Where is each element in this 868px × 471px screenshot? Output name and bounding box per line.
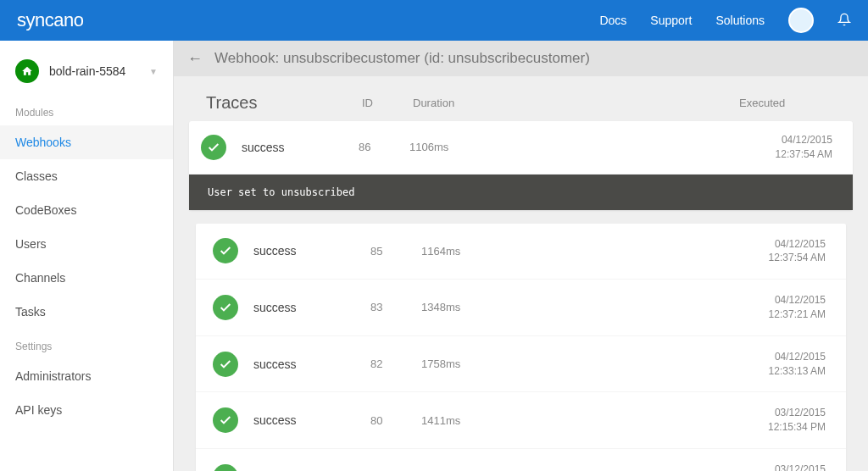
sidebar-item-codeboxes[interactable]: CodeBoxes [0, 193, 173, 227]
check-icon [213, 407, 238, 433]
modules-heading: Modules [0, 95, 173, 125]
trace-id: 82 [370, 357, 421, 370]
trace-executed: 03/12/201512:15:34 PM [732, 406, 826, 435]
check-icon [213, 238, 238, 263]
table-header: Traces ID Duration Executed [189, 85, 853, 121]
logo[interactable]: syncano [17, 9, 83, 31]
check-icon [213, 464, 238, 471]
trace-row[interactable]: success851164ms04/12/201512:37:54 AM [196, 224, 846, 280]
trace-id: 80 [370, 414, 421, 427]
instance-name: bold-rain-5584 [49, 64, 139, 78]
sidebar: bold-rain-5584 ▼ Modules Webhooks Classe… [0, 41, 174, 471]
home-icon [15, 59, 39, 83]
nav-docs[interactable]: Docs [599, 14, 626, 27]
avatar[interactable] [788, 8, 814, 33]
trace-row[interactable]: success 86 1106ms 04/12/201512:37:54 AM [189, 121, 853, 175]
check-icon [213, 295, 238, 320]
topbar: syncano Docs Support Solutions [0, 0, 868, 41]
trace-id: 86 [359, 141, 409, 153]
col-executed: Executed [739, 97, 832, 109]
trace-duration: 1348ms [421, 301, 732, 313]
trace-status: success [253, 244, 370, 258]
trace-status: success [253, 357, 370, 371]
trace-row[interactable]: success831348ms04/12/201512:37:21 AM [196, 280, 846, 336]
trace-duration: 1106ms [409, 141, 739, 153]
trace-row[interactable]: success761271ms03/12/201511:47:33 AM [196, 449, 846, 471]
breadcrumb: ← Webhook: unsubscribecustomer (id: unsu… [174, 41, 868, 76]
back-arrow-icon[interactable]: ← [187, 50, 203, 68]
trace-duration: 1411ms [421, 414, 732, 427]
sidebar-item-apikeys[interactable]: API keys [0, 393, 173, 427]
col-traces: Traces [206, 93, 362, 113]
sidebar-item-webhooks[interactable]: Webhooks [0, 125, 173, 159]
page-title: Webhook: unsubscribecustomer (id: unsubs… [214, 50, 590, 67]
trace-id: 85 [370, 245, 421, 258]
trace-output: User set to unsubscribed [189, 175, 853, 210]
sidebar-item-channels[interactable]: Channels [0, 261, 173, 295]
notifications-icon[interactable] [837, 13, 851, 29]
trace-status: success [242, 141, 359, 154]
trace-status: success [253, 413, 370, 427]
topbar-right: Docs Support Solutions [599, 8, 851, 33]
trace-card-expanded: success 86 1106ms 04/12/201512:37:54 AM … [189, 121, 853, 210]
trace-status: success [253, 301, 370, 314]
trace-duration: 1164ms [421, 245, 732, 258]
trace-duration: 1758ms [421, 357, 732, 370]
trace-executed: 04/12/201512:37:54 AM [739, 133, 832, 162]
settings-heading: Settings [0, 329, 173, 359]
instance-selector[interactable]: bold-rain-5584 ▼ [0, 51, 173, 95]
sidebar-item-classes[interactable]: Classes [0, 159, 173, 193]
col-duration: Duration [413, 97, 739, 109]
trace-executed: 03/12/201511:47:33 AM [732, 463, 826, 471]
nav-solutions[interactable]: Solutions [715, 14, 765, 27]
trace-row[interactable]: success801411ms03/12/201512:15:34 PM [196, 392, 846, 449]
trace-executed: 04/12/201512:37:54 AM [732, 237, 826, 266]
col-id: ID [362, 97, 413, 109]
check-icon [213, 352, 238, 377]
trace-id: 83 [370, 301, 421, 313]
main: ← Webhook: unsubscribecustomer (id: unsu… [174, 41, 868, 471]
nav-support[interactable]: Support [650, 14, 692, 27]
trace-row[interactable]: success821758ms04/12/201512:33:13 AM [196, 336, 846, 393]
check-icon [201, 135, 226, 160]
trace-list: success851164ms04/12/201512:37:54 AMsucc… [174, 224, 868, 471]
chevron-down-icon: ▼ [149, 67, 158, 76]
trace-executed: 04/12/201512:37:21 AM [732, 293, 826, 322]
sidebar-item-tasks[interactable]: Tasks [0, 295, 173, 329]
sidebar-item-administrators[interactable]: Administrators [0, 359, 173, 393]
sidebar-item-users[interactable]: Users [0, 227, 173, 261]
trace-executed: 04/12/201512:33:13 AM [732, 350, 826, 379]
